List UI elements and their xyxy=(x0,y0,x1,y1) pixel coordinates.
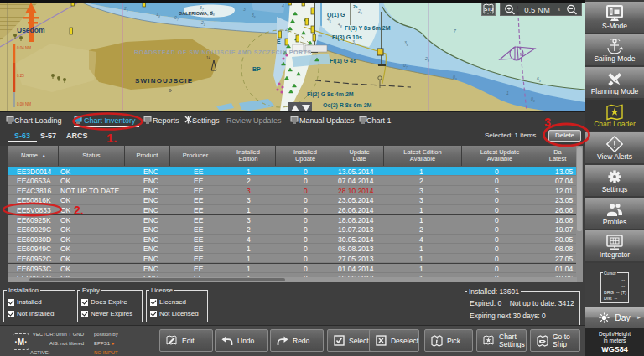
svg-text:Fl(3) Y 8s 6m 2M: Fl(3) Y 8s 6m 2M xyxy=(345,25,391,32)
svg-text:Usedom: Usedom xyxy=(17,26,45,34)
svg-text:0.25: 0.25 xyxy=(17,74,24,78)
svg-text:3: 3 xyxy=(243,7,246,12)
svg-text:Fl(1) G 4s: Fl(1) G 4s xyxy=(330,58,356,64)
svg-text:1: 1 xyxy=(506,90,509,95)
svg-text:GALERIOWA, D: GALERIOWA, D xyxy=(179,11,213,16)
svg-text:Q(1) G: Q(1) G xyxy=(327,12,345,18)
svg-text:14: 14 xyxy=(206,56,211,60)
svg-text:BP: BP xyxy=(252,66,261,72)
svg-text:SWINOUJSCIE: SWINOUJSCIE xyxy=(135,77,193,85)
svg-text:Fl(3) G 10s: Fl(3) G 10s xyxy=(332,34,362,41)
svg-text:0.00 NM: 0.00 NM xyxy=(17,102,31,106)
svg-text:7: 7 xyxy=(454,28,456,34)
svg-text:ROADSTEAD OF SWINOUJSCIE AND S: ROADSTEAD OF SWINOUJSCIE AND SZCZECIN PO… xyxy=(134,49,312,55)
svg-text:0.04 NM: 0.04 NM xyxy=(17,46,31,50)
svg-text:Oc(2) R 8s 6m 2M: Oc(2) R 8s 6m 2M xyxy=(323,102,372,109)
svg-text:4: 4 xyxy=(282,3,284,8)
svg-text:E: E xyxy=(277,39,281,44)
svg-text:2s: 2s xyxy=(353,4,358,9)
svg-text:Fl(2) G 8s 4m 2M: Fl(2) G 8s 4m 2M xyxy=(307,91,354,98)
svg-text:STD: STD xyxy=(485,7,494,12)
